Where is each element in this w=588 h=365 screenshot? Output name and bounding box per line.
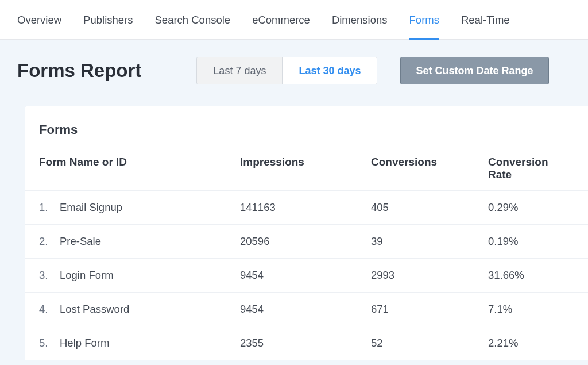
table-header: Form Name or ID Impressions Conversions … <box>25 150 588 191</box>
tab-forms[interactable]: Forms <box>409 14 439 39</box>
col-header-name: Form Name or ID <box>39 156 240 181</box>
cell-conversion-rate: 31.66% <box>488 269 574 282</box>
tab-bar: Overview Publishers Search Console eComm… <box>0 0 588 40</box>
cell-name: 2. Pre-Sale <box>39 235 240 248</box>
cell-conversion-rate: 0.29% <box>488 201 574 214</box>
cell-conversion-rate: 2.21% <box>488 337 574 349</box>
tab-dimensions[interactable]: Dimensions <box>332 14 388 39</box>
cell-name: 3. Login Form <box>39 269 240 282</box>
tab-publishers[interactable]: Publishers <box>83 14 133 39</box>
table-row: 4. Lost Password 9454 671 7.1% <box>25 293 588 326</box>
forms-card: Forms Form Name or ID Impressions Conver… <box>25 106 588 360</box>
page-title: Forms Report <box>17 60 141 82</box>
date-range-toggle: Last 7 days Last 30 days <box>196 57 377 84</box>
table-row: 2. Pre-Sale 20596 39 0.19% <box>25 225 588 259</box>
tab-overview[interactable]: Overview <box>17 14 61 39</box>
row-number: 2. <box>39 235 60 248</box>
row-name: Pre-Sale <box>60 235 101 248</box>
content-area: Forms Report Last 7 days Last 30 days Se… <box>0 40 588 365</box>
range-last-30-days[interactable]: Last 30 days <box>283 57 377 84</box>
set-custom-date-range-button[interactable]: Set Custom Date Range <box>400 57 548 84</box>
table-row: 3. Login Form 9454 2993 31.66% <box>25 259 588 293</box>
cell-conversion-rate: 7.1% <box>488 303 574 316</box>
cell-conversions: 405 <box>371 201 488 214</box>
header-row: Forms Report Last 7 days Last 30 days Se… <box>17 57 588 84</box>
tab-ecommerce[interactable]: eCommerce <box>252 14 310 39</box>
cell-conversions: 52 <box>371 337 488 349</box>
card-title: Forms <box>25 122 588 150</box>
col-header-impressions: Impressions <box>240 156 371 181</box>
tab-real-time[interactable]: Real-Time <box>461 14 510 39</box>
range-last-7-days[interactable]: Last 7 days <box>197 57 283 84</box>
cell-impressions: 9454 <box>240 303 371 316</box>
row-number: 3. <box>39 269 60 282</box>
cell-impressions: 141163 <box>240 201 371 214</box>
cell-conversions: 39 <box>371 235 488 248</box>
table-row: 1. Email Signup 141163 405 0.29% <box>25 191 588 225</box>
cell-conversions: 2993 <box>371 269 488 282</box>
row-number: 5. <box>39 337 60 349</box>
row-number: 4. <box>39 303 60 316</box>
cell-name: 4. Lost Password <box>39 303 240 316</box>
tab-search-console[interactable]: Search Console <box>155 14 231 39</box>
cell-impressions: 2355 <box>240 337 371 349</box>
cell-conversion-rate: 0.19% <box>488 235 574 248</box>
cell-impressions: 9454 <box>240 269 371 282</box>
cell-conversions: 671 <box>371 303 488 316</box>
col-header-conversions: Conversions <box>371 156 488 181</box>
cell-name: 5. Help Form <box>39 337 240 349</box>
row-name: Lost Password <box>60 303 129 316</box>
table-row: 5. Help Form 2355 52 2.21% <box>25 326 588 360</box>
col-header-conversion-rate: Conversion Rate <box>488 156 574 181</box>
row-name: Email Signup <box>60 201 122 214</box>
row-name: Login Form <box>60 269 114 282</box>
row-name: Help Form <box>60 337 109 349</box>
forms-table: Form Name or ID Impressions Conversions … <box>25 150 588 360</box>
cell-name: 1. Email Signup <box>39 201 240 214</box>
row-number: 1. <box>39 201 60 214</box>
cell-impressions: 20596 <box>240 235 371 248</box>
